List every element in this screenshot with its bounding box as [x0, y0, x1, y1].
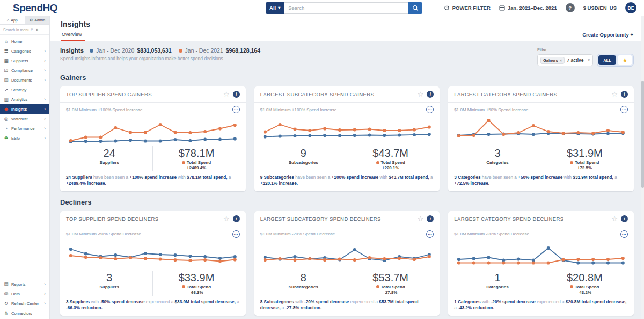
help-button[interactable]: ? — [566, 3, 575, 12]
content: Insights Jan - Dec 2020 $831,053,631 Jan… — [50, 41, 644, 319]
menu-search-input[interactable] — [3, 28, 29, 32]
sidebar-item-connectors[interactable]: ⋔ Connectors — [0, 308, 49, 318]
card-options-icon[interactable]: ••• — [620, 230, 628, 238]
favorite-star-icon[interactable]: ☆ — [223, 91, 230, 98]
info-icon[interactable]: i — [621, 215, 628, 222]
card-largest-subcategory-spend-gainers: LARGEST SUBCATEGORY SPEND GAINERS ☆ i $1… — [254, 86, 440, 191]
spendhq-logo[interactable]: SpendHQ — [13, 2, 57, 14]
chevron-right-icon: › — [44, 97, 46, 102]
compliance-icon: ☑ — [4, 68, 9, 73]
reports-icon: ▤ — [4, 281, 9, 287]
tab-overview[interactable]: Overview — [61, 32, 85, 41]
search-scope-dropdown[interactable]: All ▾ — [266, 2, 284, 14]
info-icon[interactable]: i — [233, 215, 240, 222]
sidebar-item-home[interactable]: ⌂ Home — [0, 37, 49, 46]
suppliers-icon: ▦ — [4, 58, 9, 63]
chevron-right-icon: › — [44, 58, 46, 63]
favorite-star-icon[interactable]: ☆ — [418, 91, 424, 98]
scrollbar-thumb[interactable] — [641, 81, 644, 188]
page-title: Insights — [61, 20, 633, 28]
sidebar-item-insights[interactable]: ◈ Insights › — [0, 104, 49, 114]
page-header: Insights Overview Create Opportunity + — [50, 16, 644, 41]
sidebar-item-documents[interactable]: ▤ Documents › — [0, 75, 49, 85]
card-options-icon[interactable]: ••• — [426, 230, 434, 238]
sidebar-item-watchlist[interactable]: ◎ Watchlist › — [0, 114, 49, 124]
sidebar-item-esg[interactable]: ☘ ESG › — [0, 133, 49, 143]
global-search-input[interactable] — [284, 2, 408, 14]
main-area: Insights Overview Create Opportunity + I… — [50, 16, 644, 319]
amount-label: Total Spend — [381, 160, 405, 165]
favorite-star-icon[interactable]: ☆ — [611, 91, 618, 98]
card-title: TOP SUPPLIER SPEND DECLINERS — [66, 216, 158, 222]
total-spend-dot — [182, 285, 185, 288]
window-scrollbar[interactable] — [641, 16, 644, 319]
favorite-star-icon[interactable]: ☆ — [418, 215, 424, 222]
card-subtitle: $1.0M Minimum -20% Spend Decrease — [260, 231, 335, 236]
card-subtitle: $1.0M Minimum +100% Spend Increase — [66, 107, 143, 112]
sparkline-chart — [260, 114, 434, 146]
currency-locale-button[interactable]: $ USD/EN_US — [583, 5, 617, 11]
collapse-sidebar-icon[interactable]: ⇥ — [34, 27, 38, 32]
sidebar-item-reports[interactable]: ▤ Reports › — [0, 279, 49, 289]
date-range-button[interactable]: Jan. 2021–Dec. 2021 — [499, 5, 557, 11]
sidebar-item-performance[interactable]: ◔ Performance › — [0, 124, 49, 133]
filter-favorites-button[interactable]: ★ — [618, 55, 632, 65]
amount-value: $33.9M — [153, 272, 239, 284]
card-subtitle: $1.0M Minimum +50% Spend Increase — [454, 107, 528, 112]
card-title: LARGEST CATEGORY SPEND GAINERS — [454, 91, 557, 97]
filter-select[interactable]: Gainers × 7 active ▾ — [537, 54, 593, 66]
sidebar-item-data[interactable]: ⛁ Data › — [0, 289, 49, 299]
chevron-right-icon: › — [44, 291, 46, 296]
amount-delta: +2489.4% — [153, 165, 239, 170]
sidebar-item-categories[interactable]: ☰ Categories › — [0, 46, 49, 56]
favorite-star-icon[interactable]: ☆ — [611, 215, 618, 222]
create-opportunity-link[interactable]: Create Opportunity + — [582, 32, 633, 41]
avatar[interactable]: DE — [625, 2, 636, 13]
card-options-icon[interactable]: ••• — [232, 230, 240, 238]
filter-all-button[interactable]: ALL — [598, 55, 616, 65]
sidebar-item-analytics[interactable]: ▥ Analytics › — [0, 95, 49, 104]
card-options-icon[interactable]: ••• — [620, 106, 628, 113]
info-icon[interactable]: i — [427, 91, 434, 98]
card-title: LARGEST SUBCATEGORY SPEND DECLINERS — [260, 216, 381, 222]
remove-filter-icon[interactable]: × — [560, 58, 562, 63]
info-icon[interactable]: i — [233, 91, 240, 98]
chevron-right-icon: › — [44, 126, 46, 131]
sidebar-item-suppliers[interactable]: ▦ Suppliers › — [0, 56, 49, 66]
search-button[interactable] — [408, 2, 422, 14]
chevron-down-icon: ▾ — [278, 5, 280, 10]
card-description: 9 Subcategories have been seen a +100% s… — [260, 175, 434, 187]
chevron-right-icon: › — [44, 281, 46, 287]
count-stat: 3 Suppliers — [66, 271, 152, 296]
performance-icon: ◔ — [4, 126, 9, 131]
card-title: LARGEST CATEGORY SPEND DECLINERS — [454, 216, 564, 222]
count-label: Subcategories — [260, 160, 347, 165]
info-icon[interactable]: i — [621, 91, 628, 98]
chevron-down-icon: ▾ — [588, 58, 590, 62]
amount-value: $78.1M — [153, 147, 239, 160]
search-icon — [412, 5, 419, 11]
sidebar-nav: ⌂ Home ☰ Categories › ▦ Suppliers › ☑ Co… — [0, 35, 49, 143]
sidebar-item-compliance[interactable]: ☑ Compliance › — [0, 66, 49, 75]
power-filter-button[interactable]: POWER FILTER — [444, 5, 491, 11]
sparkline-chart — [66, 239, 240, 270]
favorite-star-icon[interactable]: ☆ — [223, 215, 230, 222]
card-title: LARGEST SUBCATEGORY SPEND GAINERS — [260, 91, 375, 97]
sparkline-chart — [454, 114, 628, 146]
chevron-right-icon: › — [44, 77, 46, 83]
tab-admin[interactable]: ⚙ Admin — [25, 16, 50, 25]
card-options-icon[interactable]: ••• — [426, 106, 434, 113]
sparkline-chart — [260, 239, 434, 270]
legend-dot-2020 — [90, 49, 93, 53]
tab-app[interactable]: ⌂ App — [0, 16, 25, 25]
summary-title: Insights — [60, 47, 84, 54]
search-scope-label: All — [269, 5, 276, 11]
sidebar-item-refresh-center[interactable]: ↻ Refresh Center › — [0, 299, 49, 308]
count-stat: 24 Suppliers — [66, 146, 152, 171]
sidebar-item-strategy[interactable]: ↗ Strategy — [0, 85, 49, 95]
sparkline-chart — [454, 239, 628, 270]
info-icon[interactable]: i — [427, 215, 434, 222]
card-options-icon[interactable]: ••• — [232, 106, 240, 113]
search-icon: ⌕ — [31, 27, 33, 32]
card-subtitle: $1.0M Minimum -20% Spend Decrease — [454, 231, 529, 236]
